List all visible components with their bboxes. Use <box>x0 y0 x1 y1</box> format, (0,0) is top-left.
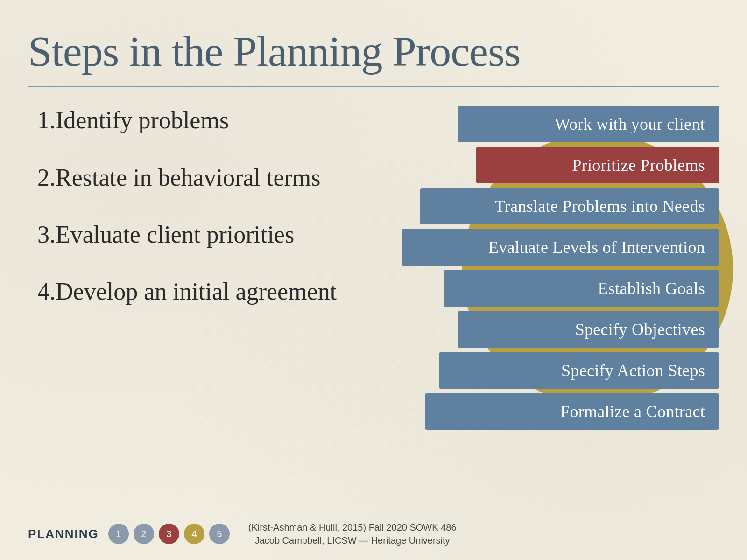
dot-3[interactable]: 3 <box>159 524 179 544</box>
bar-specify-objectives-label: Specify Objectives <box>575 320 705 339</box>
footer-label: PLANNING <box>28 527 99 541</box>
main-content: 1.Identify problems 2.Restate in behavio… <box>28 106 719 470</box>
step-4: 4.Develop an initial agreement <box>37 277 355 306</box>
slide-title: Steps in the Planning Process <box>28 28 719 75</box>
dot-2[interactable]: 2 <box>134 524 154 544</box>
step-4-text: 4.Develop an initial agreement <box>37 278 337 305</box>
citation-line-2: Jacob Campbell, LICSW — Heritage Univers… <box>248 534 457 547</box>
bar-work-with-client: Work with your client <box>458 106 719 142</box>
footer: PLANNING 1 2 3 4 5 (Kirst-Ashman & Hulll… <box>28 521 719 547</box>
bar-prioritize-problems-label: Prioritize Problems <box>572 155 705 175</box>
bar-evaluate-levels-label: Evaluate Levels of Intervention <box>488 238 705 257</box>
slide: Steps in the Planning Process 1.Identify… <box>0 0 747 560</box>
step-1: 1.Identify problems <box>37 106 355 135</box>
bar-specify-objectives: Specify Objectives <box>458 311 719 348</box>
bar-specify-action-steps: Specify Action Steps <box>439 352 719 389</box>
bar-establish-goals-label: Establish Goals <box>598 279 705 298</box>
divider <box>28 86 719 87</box>
bar-formalize-contract: Formalize a Contract <box>425 393 719 430</box>
footer-citation: (Kirst-Ashman & Hulll, 2015) Fall 2020 S… <box>248 521 457 547</box>
step-3: 3.Evaluate client priorities <box>37 220 355 249</box>
dot-4[interactable]: 4 <box>184 524 204 544</box>
bar-work-with-client-label: Work with your client <box>555 114 705 134</box>
step-1-text: 1.Identify problems <box>37 107 229 133</box>
dot-1[interactable]: 1 <box>108 524 129 544</box>
bar-formalize-contract-label: Formalize a Contract <box>560 402 705 421</box>
right-column: Work with your client Prioritize Problem… <box>355 106 719 470</box>
step-2: 2.Restate in behavioral terms <box>37 163 355 192</box>
step-3-text: 3.Evaluate client priorities <box>37 221 294 248</box>
bar-translate-problems: Translate Problems into Needs <box>420 188 719 224</box>
step-2-text: 2.Restate in behavioral terms <box>37 164 320 191</box>
dot-5[interactable]: 5 <box>209 524 230 544</box>
bar-specify-action-steps-label: Specify Action Steps <box>561 361 705 380</box>
bars-container: Work with your client Prioritize Problem… <box>355 106 719 430</box>
dot-navigation: 1 2 3 4 5 <box>108 524 230 544</box>
bar-establish-goals: Establish Goals <box>444 270 719 307</box>
bar-prioritize-problems: Prioritize Problems <box>476 147 719 183</box>
bar-evaluate-levels: Evaluate Levels of Intervention <box>402 229 719 266</box>
left-column: 1.Identify problems 2.Restate in behavio… <box>28 106 355 335</box>
citation-line-1: (Kirst-Ashman & Hulll, 2015) Fall 2020 S… <box>248 521 457 534</box>
bar-translate-problems-label: Translate Problems into Needs <box>495 196 705 216</box>
